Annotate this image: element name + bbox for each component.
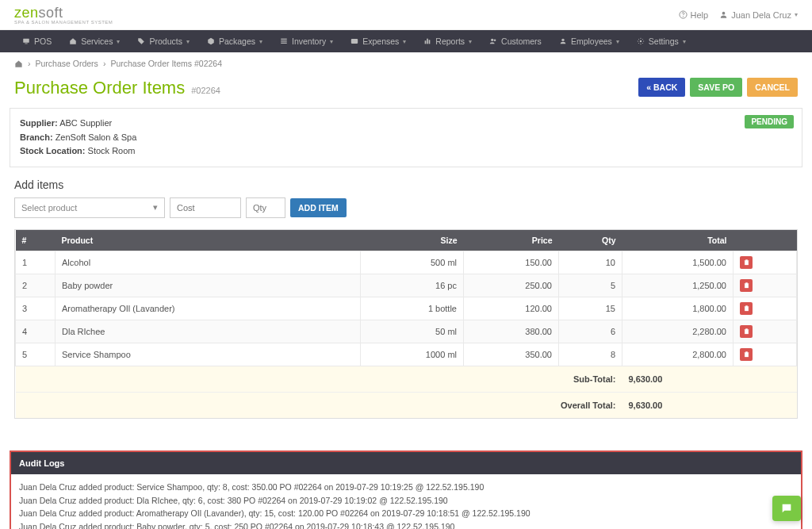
delete-row-button[interactable] xyxy=(740,279,753,292)
cell-price: 250.00 xyxy=(464,274,559,297)
cell-size: 50 ml xyxy=(361,320,464,343)
users-icon xyxy=(489,37,497,45)
cell-actions xyxy=(733,297,797,320)
cell-qty: 15 xyxy=(559,297,622,320)
subtotal-value: 9,630.00 xyxy=(622,366,733,392)
table-row: 3Aromatherapy OIl (Lavander)1 bottle120.… xyxy=(16,297,797,320)
branch-value: ZenSoft Salon & Spa xyxy=(56,132,137,142)
table-row: 4Dla RIchee50 ml380.0062,280.00 xyxy=(16,320,797,343)
overall-value: 9,630.00 xyxy=(622,392,733,418)
cost-input[interactable] xyxy=(170,197,241,218)
nav-pos[interactable]: POS xyxy=(14,30,59,52)
col-qty: Qty xyxy=(559,230,622,251)
delete-row-button[interactable] xyxy=(740,302,753,315)
svg-point-13 xyxy=(494,40,496,42)
list-icon xyxy=(280,37,288,45)
cancel-button[interactable]: CANCEL xyxy=(747,78,798,97)
package-icon xyxy=(207,37,215,45)
cell-actions xyxy=(733,251,797,274)
save-po-button[interactable]: SAVE PO xyxy=(690,78,742,97)
nav-expenses[interactable]: Expenses▾ xyxy=(343,30,414,52)
logo-text-accent: zen xyxy=(14,5,39,21)
cell-total: 2,800.00 xyxy=(622,343,733,366)
chevron-down-icon: ▾ xyxy=(330,38,333,45)
cell-qty: 6 xyxy=(559,320,622,343)
cell-size: 500 ml xyxy=(361,251,464,274)
help-link[interactable]: Help xyxy=(679,10,709,20)
delete-row-button[interactable] xyxy=(740,348,753,361)
status-badge: PENDING xyxy=(745,115,794,128)
page-header: Purchase Order Items #02264 « BACK SAVE … xyxy=(0,75,812,108)
svg-rect-11 xyxy=(429,40,431,44)
cell-product: Service Shampoo xyxy=(56,343,361,366)
logo-text-rest: soft xyxy=(39,5,63,21)
breadcrumb-current: Purchase Order Items #02264 xyxy=(110,59,222,68)
po-meta-card: PENDING Supplier: ABC Supplier Branch: Z… xyxy=(10,108,802,167)
tag-icon xyxy=(137,37,145,45)
cell-size: 1 bottle xyxy=(361,297,464,320)
back-button[interactable]: « BACK xyxy=(638,78,685,97)
chat-fab[interactable] xyxy=(772,496,801,521)
svg-point-2 xyxy=(722,12,726,15)
nav-settings[interactable]: Settings▾ xyxy=(629,30,694,52)
add-item-button[interactable]: ADD ITEM xyxy=(290,198,347,217)
nav-reports[interactable]: Reports▾ xyxy=(416,30,480,52)
logo[interactable]: zensoft SPA & SALON MANAGEMENT SYSTEM xyxy=(14,5,113,25)
chevron-down-icon: ▾ xyxy=(403,38,406,45)
cell-actions xyxy=(733,343,797,366)
cell-price: 380.00 xyxy=(464,320,559,343)
svg-point-12 xyxy=(491,39,493,41)
cell-total: 1,500.00 xyxy=(622,251,733,274)
user-name: Juan Dela Cruz xyxy=(731,10,791,20)
audit-line: Juan Dela Cruz added product: Aromathera… xyxy=(19,507,793,520)
cell-qty: 8 xyxy=(559,343,622,366)
page-title: Purchase Order Items #02264 xyxy=(14,78,220,98)
user-menu[interactable]: Juan Dela Cruz ▾ xyxy=(719,10,798,20)
delete-row-button[interactable] xyxy=(740,325,753,338)
chevron-down-icon: ▾ xyxy=(469,38,472,45)
chevron-down-icon: ▾ xyxy=(117,38,120,45)
cell-num: 1 xyxy=(16,251,56,274)
nav-customers[interactable]: Customers xyxy=(481,30,550,52)
nav-services[interactable]: Services▾ xyxy=(61,30,128,52)
user-icon xyxy=(719,10,728,19)
chevron-down-icon: ▾ xyxy=(186,38,190,45)
cell-size: 1000 ml xyxy=(361,343,464,366)
home-icon[interactable] xyxy=(14,59,23,68)
delete-row-button[interactable] xyxy=(740,256,753,269)
cell-total: 2,280.00 xyxy=(622,320,733,343)
cell-total: 1,250.00 xyxy=(622,274,733,297)
svg-rect-4 xyxy=(25,44,27,44)
cell-product: Aromatherapy OIl (Lavander) xyxy=(56,297,361,320)
col-size: Size xyxy=(361,230,464,251)
cell-actions xyxy=(733,320,797,343)
breadcrumb-purchase-orders[interactable]: Purchase Orders xyxy=(36,59,98,68)
audit-logs-panel: Audit Logs Juan Dela Cruz added product:… xyxy=(10,450,802,529)
branch-label: Branch: xyxy=(20,132,53,142)
nav-products[interactable]: Products▾ xyxy=(129,30,197,52)
nav-packages[interactable]: Packages▾ xyxy=(199,30,270,52)
svg-rect-5 xyxy=(281,39,287,40)
chart-icon xyxy=(423,37,431,45)
nav-employees[interactable]: Employees▾ xyxy=(551,30,627,52)
add-items-heading: Add items xyxy=(14,178,798,191)
cell-actions xyxy=(733,274,797,297)
user-icon xyxy=(559,37,567,45)
qty-input[interactable] xyxy=(246,197,285,218)
audit-line: Juan Dela Cruz added product: Service Sh… xyxy=(19,481,793,494)
stock-label: Stock Location: xyxy=(20,146,86,155)
svg-rect-7 xyxy=(281,43,287,44)
product-select[interactable]: Select product ▾ xyxy=(14,197,165,218)
chevron-down-icon: ▾ xyxy=(259,38,262,45)
chevron-down-icon: ▾ xyxy=(683,38,686,45)
svg-rect-9 xyxy=(425,40,427,44)
col-price: Price xyxy=(464,230,559,251)
nav-inventory[interactable]: Inventory▾ xyxy=(272,30,341,52)
svg-rect-3 xyxy=(23,39,29,43)
svg-point-15 xyxy=(640,40,642,43)
card-icon xyxy=(350,37,358,45)
overall-label: Overall Total: xyxy=(16,392,622,418)
help-label: Help xyxy=(691,10,709,20)
chevron-down-icon: ▾ xyxy=(153,202,158,213)
home-icon xyxy=(69,37,77,45)
